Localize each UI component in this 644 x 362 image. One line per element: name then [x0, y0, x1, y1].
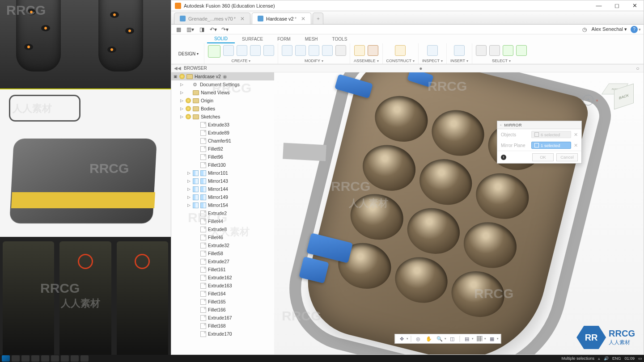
tree-feature[interactable]: Extrude170 [171, 330, 274, 338]
workspace-switcher[interactable]: DESIGN ▾ [173, 43, 204, 64]
tree-feature[interactable]: Fillet168 [171, 322, 274, 330]
tree-feature[interactable]: Fillet165 [171, 298, 274, 306]
look-at-icon[interactable]: ◎ [413, 335, 423, 343]
orbit-icon[interactable] [582, 94, 594, 106]
tree-feature[interactable]: Extrude2 [171, 209, 274, 217]
browser-tree[interactable]: ▣ Hardcase v2 ◉ ▷⚙Document Settings▷Name… [171, 72, 274, 354]
window-maximize-button[interactable]: ◻ [608, 0, 626, 11]
tree-feature[interactable]: Fillet44 [171, 217, 274, 225]
insert-icon[interactable] [454, 45, 465, 56]
visibility-bulb-icon[interactable] [186, 106, 191, 111]
save-icon[interactable]: ◨ [197, 26, 206, 33]
window-minimize-button[interactable]: — [590, 0, 608, 11]
visibility-bulb-icon[interactable] [186, 98, 191, 103]
taskbar-app-icon[interactable] [51, 355, 59, 362]
tree-feature[interactable]: Extrude27 [171, 257, 274, 265]
construct-plane-icon[interactable] [395, 45, 406, 56]
tree-feature[interactable]: Fillet92 [171, 145, 274, 153]
tree-feature[interactable]: Fillet166 [171, 306, 274, 314]
tree-feature[interactable]: Chamfer91 [171, 137, 274, 145]
objects-selection-chip[interactable]: 6 selected [531, 131, 571, 138]
tree-feature[interactable]: Extrude163 [171, 282, 274, 290]
expand-icon[interactable]: ▷ [179, 114, 184, 119]
expand-icon[interactable]: ▷ [179, 90, 184, 95]
chevron-left-icon[interactable]: ◀◀ [174, 66, 181, 71]
select-paint-icon[interactable] [503, 45, 513, 56]
tree-root[interactable]: ▣ Hardcase v2 ◉ [171, 72, 274, 80]
ribbon-tab-mesh[interactable]: MESH [298, 34, 325, 43]
tree-feature[interactable]: ▷Mirror154 [171, 201, 274, 209]
tree-feature[interactable]: Extrude33 [171, 121, 274, 129]
orbit-nav-icon[interactable]: ✥ [397, 335, 407, 343]
grid-settings-icon[interactable] [475, 335, 484, 343]
help-icon[interactable]: ? [631, 26, 638, 33]
dialog-titlebar[interactable]: ◦ MIRROR [497, 121, 581, 129]
tree-feature[interactable]: Fillet46 [171, 233, 274, 241]
tree-feature[interactable]: Extrude8 [171, 225, 274, 233]
file-menu-icon[interactable]: ▥▾ [186, 26, 195, 33]
tree-node[interactable]: ▷⚙Document Settings [171, 80, 274, 88]
info-icon[interactable]: i [501, 155, 506, 160]
start-button-icon[interactable] [2, 355, 10, 362]
ribbon-tab-form[interactable]: FORM [270, 34, 297, 43]
mirror-plane-selection-chip[interactable]: 1 selected [531, 142, 571, 149]
tray-time[interactable]: 01:09 [624, 356, 635, 361]
tree-feature[interactable]: ▷Mirror144 [171, 185, 274, 193]
tree-feature[interactable]: Extrude89 [171, 129, 274, 137]
browser-header[interactable]: ◀◀ BROWSER ● ○ [171, 64, 644, 72]
system-tray[interactable]: Multiple selections ▵🔊 ENG 01:09 ▭ [561, 356, 642, 361]
select-invert-icon[interactable] [516, 45, 527, 56]
revolve-icon[interactable] [237, 45, 247, 56]
clear-objects-icon[interactable]: ✕ [574, 132, 578, 138]
viewports-icon[interactable]: ▦ [487, 335, 497, 343]
tree-feature[interactable]: Extrude167 [171, 314, 274, 322]
select-icon[interactable] [476, 45, 487, 56]
ok-button[interactable]: OK [532, 153, 554, 161]
joint-icon[interactable] [368, 45, 378, 56]
tree-feature[interactable]: ▷Mirror149 [171, 193, 274, 201]
view-cube[interactable]: TOP BACK x [604, 80, 631, 107]
tree-feature[interactable]: Fillet58 [171, 249, 274, 257]
expand-icon[interactable]: ▷ [186, 203, 191, 207]
expand-icon[interactable]: ▷ [179, 106, 184, 111]
taskbar-app-icon[interactable] [71, 355, 79, 362]
close-icon[interactable]: ✕ [301, 16, 305, 22]
ribbon-tab-tools[interactable]: TOOLS [325, 34, 355, 43]
visibility-bulb-icon[interactable] [179, 74, 185, 79]
ribbon-tab-surface[interactable]: SURFACE [235, 34, 270, 43]
expand-icon[interactable]: ▷ [179, 82, 184, 87]
taskbar-app-icon[interactable] [21, 355, 30, 362]
select-window-icon[interactable] [489, 45, 500, 56]
data-panel-icon[interactable]: ▦ [174, 26, 183, 33]
tree-feature[interactable]: Fillet161 [171, 265, 274, 274]
clear-plane-icon[interactable]: ✕ [574, 143, 578, 148]
radio-icon[interactable]: ◉ [223, 74, 228, 80]
press-pull-icon[interactable] [282, 45, 292, 56]
sketch-icon[interactable] [208, 45, 220, 58]
sweep-icon[interactable] [250, 45, 261, 56]
loft-icon[interactable] [263, 45, 274, 56]
extrude-icon[interactable] [223, 45, 234, 56]
tab-grenade[interactable]: Grenade_...mes v70* ✕ [174, 13, 250, 24]
browser-collapse-icon[interactable]: ○ [635, 65, 641, 72]
tree-node[interactable]: ▷Named Views [171, 88, 274, 97]
taskbar-app-icon[interactable] [80, 355, 89, 362]
zoom-nav-icon[interactable]: 🔍 [435, 335, 445, 343]
taskbar-app-icon[interactable] [41, 355, 49, 362]
expand-icon[interactable]: ▷ [186, 187, 191, 191]
expand-icon[interactable]: ▷ [186, 179, 191, 183]
window-close-button[interactable]: ✕ [626, 0, 644, 11]
pin-icon[interactable]: ◦ [500, 122, 502, 127]
display-settings-icon[interactable]: ▤ [462, 335, 472, 343]
measure-icon[interactable] [427, 45, 438, 56]
tab-add-button[interactable]: ＋ [313, 13, 323, 24]
tree-feature[interactable]: Fillet164 [171, 290, 274, 298]
tree-feature[interactable]: ▷Mirror101 [171, 169, 274, 177]
ribbon-tab-solid[interactable]: SOLID [207, 34, 235, 43]
fit-nav-icon[interactable]: ◫ [447, 335, 457, 343]
fillet-icon[interactable] [295, 45, 306, 56]
taskbar-app-icon[interactable] [31, 355, 39, 362]
collapse-icon[interactable]: ▣ [173, 74, 178, 79]
pan-nav-icon[interactable]: ✋ [424, 335, 434, 343]
cancel-button[interactable]: Cancel [556, 153, 578, 161]
